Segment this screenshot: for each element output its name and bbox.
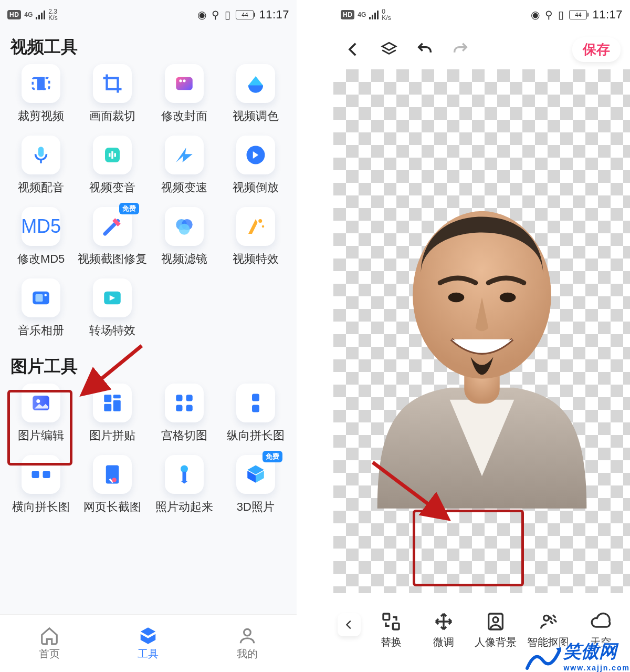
- tool-label: 视频滤镜: [161, 251, 207, 267]
- editor-topbar: 保存: [333, 29, 630, 69]
- tool-vfx[interactable]: 视频特效: [220, 207, 291, 267]
- editor-bottombar: 替换 微调 人像背景 智能抠图 天空: [333, 593, 630, 672]
- svg-point-46: [493, 617, 498, 622]
- tool-md5[interactable]: MD5修改MD5: [5, 207, 77, 267]
- tool-collage[interactable]: 图片拼贴: [77, 384, 148, 443]
- save-button[interactable]: 保存: [572, 37, 621, 62]
- tool-edit-cover[interactable]: 修改封面: [149, 64, 220, 124]
- screen-editor: HD 4G 0 K/s ◉ ⚲ ▯ 44 11:17: [333, 0, 630, 672]
- tool-finetune[interactable]: 微调: [418, 611, 469, 649]
- nav-home-label: 首页: [39, 647, 60, 661]
- tool-label: 宫格切图: [161, 428, 207, 443]
- tool-label: 网页长截图: [83, 499, 141, 515]
- tool-label: 视频变音: [89, 180, 135, 195]
- tool-sky[interactable]: 天空: [575, 611, 626, 649]
- tool-portrait-bg[interactable]: 人像背景: [471, 611, 521, 649]
- status-left: HD 4G 2.3 K/s: [7, 8, 58, 21]
- voice-change-icon: [93, 136, 132, 174]
- tool-video-dub[interactable]: 视频配音: [5, 136, 77, 195]
- editor-canvas[interactable]: [333, 69, 630, 593]
- video-dub-icon: [22, 136, 60, 174]
- status-bar: HD 4G 2.3 K/s ◉ ⚲ ▯ 44 11:17: [0, 0, 297, 29]
- tool-v-long[interactable]: 纵向拼长图: [220, 384, 291, 443]
- tool-live-photo[interactable]: 照片动起来: [149, 455, 220, 515]
- redo-button[interactable]: [450, 39, 471, 60]
- undo-button[interactable]: [414, 39, 435, 60]
- tool-label: 横向拼长图: [12, 499, 70, 515]
- tool-label: 画面裁切: [89, 108, 135, 124]
- svg-rect-5: [38, 147, 44, 157]
- tool-label: 修改封面: [161, 108, 207, 124]
- tool-label: 转场特效: [89, 323, 135, 338]
- tool-album[interactable]: 音乐相册: [5, 278, 77, 338]
- svg-rect-33: [43, 471, 50, 478]
- tool-replace-label: 替换: [381, 635, 402, 649]
- tool-frame-crop[interactable]: 画面裁切: [77, 64, 148, 124]
- tool-filter[interactable]: 视频滤镜: [149, 207, 220, 267]
- video-color-icon: [236, 64, 275, 103]
- tool-h-long[interactable]: 横向拼长图: [5, 455, 77, 515]
- bottombar-back-button[interactable]: [338, 613, 361, 636]
- live-photo-icon: [165, 455, 204, 494]
- tool-speed[interactable]: 视频变速: [149, 136, 220, 195]
- tool-voice-change[interactable]: 视频变音: [77, 136, 148, 195]
- cutout-icon: [538, 611, 559, 632]
- svg-rect-26: [176, 395, 182, 401]
- tool-label: 视频截图修复: [78, 251, 147, 267]
- tool-web-long[interactable]: 网页长截图: [77, 455, 148, 515]
- person-icon: [237, 626, 257, 646]
- tool-label: 纵向拼长图: [227, 428, 285, 443]
- nav-home[interactable]: 首页: [0, 615, 99, 672]
- chevron-left-icon: [343, 619, 355, 630]
- nav-tools[interactable]: 工具: [99, 615, 197, 672]
- tool-replace[interactable]: 替换: [366, 611, 416, 649]
- tool-label: 图片拼贴: [89, 428, 135, 443]
- nav-mine[interactable]: 我的: [198, 615, 297, 672]
- h-long-icon: [22, 455, 60, 494]
- svg-point-47: [544, 615, 549, 621]
- clock: 11:17: [259, 8, 289, 22]
- tool-shot-repair[interactable]: 免费视频截图修复: [77, 207, 148, 267]
- tool-img-edit[interactable]: 图片编辑: [5, 384, 77, 443]
- svg-point-15: [262, 225, 265, 228]
- tool-label: 照片动起来: [155, 499, 213, 515]
- svg-rect-27: [186, 395, 192, 401]
- svg-rect-24: [113, 400, 121, 411]
- battery-icon: 44: [569, 10, 587, 19]
- layers-icon: [380, 40, 398, 58]
- tool-smart-cutout[interactable]: 智能抠图: [523, 611, 573, 649]
- tool-label: 视频特效: [233, 251, 279, 267]
- chevron-left-icon: [344, 40, 362, 58]
- tool-label: 音乐相册: [18, 323, 64, 338]
- tool-grid-cut[interactable]: 宫格切图: [149, 384, 220, 443]
- hd-badge: HD: [341, 10, 354, 19]
- md5-icon: MD5: [22, 207, 60, 246]
- tool-crop-video[interactable]: 裁剪视频: [5, 64, 77, 124]
- svg-point-3: [179, 79, 182, 82]
- tool-reverse[interactable]: 视频倒放: [220, 136, 291, 195]
- status-bar: HD 4G 0 K/s ◉ ⚲ ▯ 44 11:17: [333, 0, 630, 29]
- tool-3d-photo[interactable]: 免费3D照片: [220, 455, 291, 515]
- crop-video-icon: [22, 64, 60, 103]
- section-title-image: 图片工具: [0, 349, 297, 380]
- svg-rect-9: [114, 153, 117, 157]
- clock: 11:17: [592, 8, 623, 22]
- back-button[interactable]: [343, 39, 364, 60]
- tool-transition[interactable]: 转场特效: [77, 278, 148, 338]
- tool-smart-cutout-label: 智能抠图: [527, 635, 569, 649]
- tool-video-color[interactable]: 视频调色: [220, 64, 291, 124]
- video-tools-grid: 裁剪视频画面裁切修改封面视频调色视频配音视频变音视频变速视频倒放MD5修改MD5…: [0, 61, 297, 344]
- svg-point-41: [448, 293, 464, 302]
- redo-icon: [452, 40, 469, 58]
- tool-portrait-bg-label: 人像背景: [475, 635, 517, 649]
- tool-finetune-label: 微调: [433, 635, 454, 649]
- screens-divider: [297, 0, 333, 672]
- svg-rect-25: [104, 404, 112, 411]
- svg-rect-23: [113, 395, 121, 398]
- svg-rect-28: [176, 405, 182, 411]
- screen-tools: HD 4G 2.3 K/s ◉ ⚲ ▯ 44 11:17 视频工具 裁剪视频画面…: [0, 0, 297, 672]
- layers-button[interactable]: [379, 39, 400, 60]
- net-type: 4G: [24, 11, 33, 18]
- cloud-icon: [590, 611, 611, 632]
- status-left: HD 4G 0 K/s: [341, 8, 391, 21]
